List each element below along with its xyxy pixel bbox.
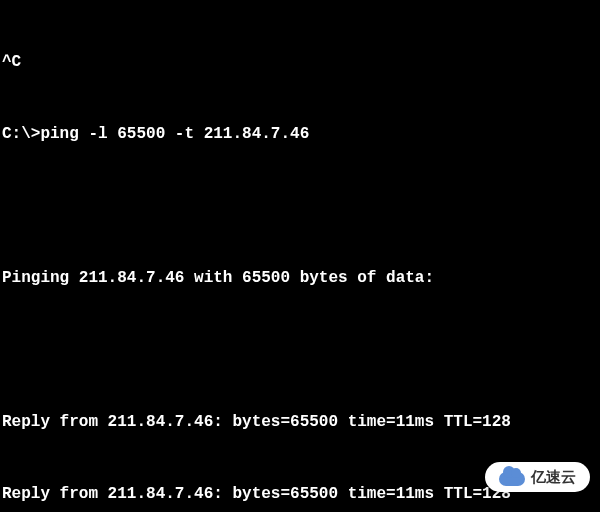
- ping-reply: Reply from 211.84.7.46: bytes=65500 time…: [2, 410, 598, 434]
- command-prompt-line: C:\>ping -l 65500 -t 211.84.7.46: [2, 122, 598, 146]
- cloud-icon: [499, 468, 525, 486]
- watermark-text: 亿速云: [531, 466, 576, 489]
- interrupt-line: ^C: [2, 50, 598, 74]
- watermark-badge: 亿速云: [485, 462, 590, 493]
- blank-line: [2, 194, 598, 218]
- blank-line: [2, 338, 598, 362]
- terminal-output[interactable]: ^C C:\>ping -l 65500 -t 211.84.7.46 Ping…: [0, 0, 600, 512]
- pinging-header: Pinging 211.84.7.46 with 65500 bytes of …: [2, 266, 598, 290]
